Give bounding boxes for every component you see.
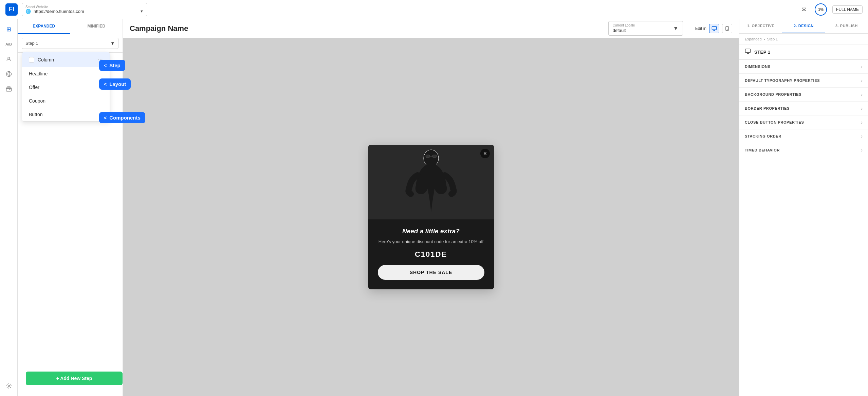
canvas-content: ✕ Need a little extra? Here's your uniqu…: [123, 38, 739, 396]
dropdown-item-coupon[interactable]: Coupon: [22, 94, 110, 108]
popup-code: C101DE: [378, 250, 484, 259]
dropdown-item-column[interactable]: Column ⋯: [22, 52, 110, 67]
background-label: BACKGROUND PROPERTIES: [745, 92, 801, 96]
select-label: Select Website: [25, 5, 144, 9]
percent-badge: 1%: [818, 7, 824, 12]
step-label: STEP 1: [754, 50, 771, 55]
mobile-device-button[interactable]: [722, 24, 732, 33]
right-panel: 1. OBJECTIVE 2. DESIGN 3. PUBLISH Expand…: [739, 19, 868, 396]
popup-subtitle: Here's your unique discount code for an …: [378, 238, 484, 245]
canvas-topbar: Campaign Name Current Locale default ▼ E…: [123, 19, 739, 38]
desktop-device-button[interactable]: [709, 24, 719, 33]
monitor-icon: [745, 48, 751, 56]
full-name-button[interactable]: FULL NAME: [832, 5, 863, 14]
column-checkbox[interactable]: [29, 57, 34, 62]
dropdown-menu: Column ⋯ Headline Offer Coupon Button: [22, 52, 110, 122]
sidebar-item-ab[interactable]: A/B: [3, 38, 15, 50]
border-label: BORDER PROPERTIES: [745, 106, 790, 110]
topbar-right: ✉ 1% FULL NAME: [798, 3, 863, 16]
prop-section-timed-behavior[interactable]: TIMED BEHAVIOR ›: [739, 143, 868, 157]
svg-rect-11: [745, 49, 751, 53]
edit-in: Edit in: [695, 24, 732, 33]
topbar: FI Select Website 🌐 https://demo.fluento…: [0, 0, 868, 19]
add-step-wrapper: + Add New Step: [22, 367, 118, 389]
campaign-name: Campaign Name: [130, 24, 188, 33]
svg-point-0: [8, 57, 10, 59]
campaign-tabs: EXPANDED MINIFIED: [18, 19, 123, 34]
step-select-value: Step 1: [25, 41, 38, 46]
select-url: https://demo.fluentos.com: [34, 9, 84, 14]
popup-close-button[interactable]: ✕: [480, 149, 490, 158]
svg-rect-4: [712, 26, 716, 30]
dimensions-chevron-icon: ›: [861, 64, 863, 69]
select-chevron-icon: ▼: [140, 9, 144, 13]
components-arrow-icon: <: [104, 115, 107, 121]
popup-title: Need a little extra?: [378, 228, 484, 235]
popup-image-area: [368, 145, 494, 219]
prop-section-dimensions[interactable]: DIMENSIONS ›: [739, 60, 868, 74]
layout-arrow-icon: <: [104, 82, 107, 87]
avatar[interactable]: 1%: [815, 3, 827, 16]
svg-point-7: [424, 150, 439, 167]
website-select[interactable]: Select Website 🌐 https://demo.fluentos.c…: [22, 3, 147, 16]
step-chevron-icon: ▼: [110, 41, 115, 46]
locale-selector[interactable]: Current Locale default ▼: [608, 21, 683, 36]
tooltip-overlays: < Step < Layout < Components: [99, 60, 145, 123]
popup-cta-button[interactable]: SHOP THE SALE: [378, 265, 484, 280]
border-chevron-icon: ›: [861, 106, 863, 111]
step-select-button[interactable]: Step 1 ▼: [22, 38, 118, 49]
locale-label: Current Locale: [613, 23, 635, 27]
dropdown-item-headline[interactable]: Headline: [22, 67, 110, 80]
prop-section-border[interactable]: BORDER PROPERTIES ›: [739, 102, 868, 115]
logo-icon: FI: [5, 3, 18, 16]
dimensions-label: DIMENSIONS: [745, 65, 771, 69]
tooltip-step: < Step: [99, 60, 125, 71]
right-tabs: 1. OBJECTIVE 2. DESIGN 3. PUBLISH: [739, 19, 868, 34]
background-chevron-icon: ›: [861, 92, 863, 97]
typography-label: DEFAULT TYPOGRAPHY PROPERTIES: [745, 78, 820, 83]
dropdown-item-offer[interactable]: Offer: [22, 80, 110, 94]
prop-section-close-button[interactable]: CLOSE BUTTON PROPERTIES ›: [739, 115, 868, 129]
tab-publish[interactable]: 3. PUBLISH: [825, 19, 868, 33]
mail-icon[interactable]: ✉: [798, 4, 809, 15]
svg-rect-9: [432, 155, 437, 158]
sidebar-item-settings[interactable]: [3, 380, 15, 392]
edit-in-label: Edit in: [695, 26, 706, 31]
prop-section-typography[interactable]: DEFAULT TYPOGRAPHY PROPERTIES ›: [739, 74, 868, 88]
close-button-chevron-icon: ›: [861, 120, 863, 125]
timed-behavior-chevron-icon: ›: [861, 147, 863, 153]
sidebar-item-wallet[interactable]: [3, 83, 15, 95]
breadcrumb-step: Step 1: [767, 37, 778, 41]
prop-section-stacking[interactable]: STACKING ORDER ›: [739, 129, 868, 143]
tab-minified[interactable]: MINIFIED: [70, 19, 123, 34]
dropdown-item-button[interactable]: Button: [22, 108, 110, 121]
timed-behavior-label: TIMED BEHAVIOR: [745, 148, 780, 152]
step-selector: Step 1 ▼: [18, 34, 123, 53]
tab-objective[interactable]: 1. OBJECTIVE: [739, 19, 782, 33]
add-step-button[interactable]: + Add New Step: [26, 372, 123, 385]
typography-chevron-icon: ›: [861, 78, 863, 83]
prop-section-background[interactable]: BACKGROUND PROPERTIES ›: [739, 88, 868, 102]
tooltip-components: < Components: [99, 112, 145, 123]
canvas-area: Campaign Name Current Locale default ▼ E…: [123, 19, 739, 396]
main-layout: ⊞ A/B EXPANDED MINIFIED Step 1 ▼: [0, 19, 868, 396]
sidebar-item-users[interactable]: [3, 53, 15, 65]
sidebar-item-globe[interactable]: [3, 68, 15, 80]
locale-chevron-icon: ▼: [673, 25, 679, 32]
icon-sidebar: ⊞ A/B: [0, 19, 18, 396]
tab-design[interactable]: 2. DESIGN: [782, 19, 825, 33]
breadcrumb: Expanded • Step 1: [739, 34, 868, 45]
globe-small-icon: 🌐: [25, 9, 31, 14]
tooltip-layout: < Layout: [99, 78, 131, 90]
popup-figure-svg: [397, 145, 465, 219]
step-arrow-icon: <: [104, 63, 107, 68]
tab-expanded[interactable]: EXPANDED: [18, 19, 70, 34]
sidebar-item-grid[interactable]: ⊞: [3, 23, 15, 35]
breadcrumb-expanded: Expanded: [745, 37, 762, 41]
popup-card: ✕ Need a little extra? Here's your uniqu…: [368, 145, 494, 289]
svg-point-6: [727, 29, 727, 30]
step-header: STEP 1: [739, 45, 868, 60]
locale-value: default: [613, 28, 626, 33]
campaign-panel: EXPANDED MINIFIED Step 1 ▼ Column ⋯ Head…: [18, 19, 123, 396]
breadcrumb-sep: •: [764, 37, 765, 41]
